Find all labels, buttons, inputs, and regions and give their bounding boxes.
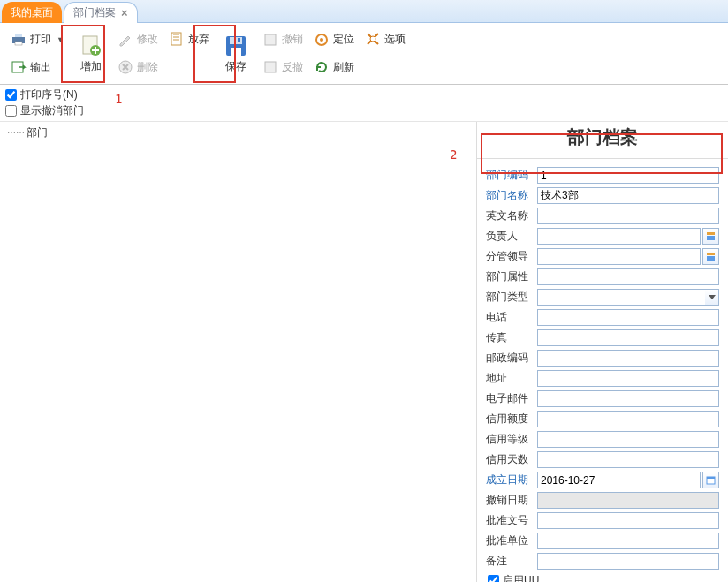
abandon-button[interactable]: 放弃 — [163, 29, 215, 49]
locate-icon — [314, 32, 330, 48]
checkbox[interactable] — [5, 89, 17, 101]
svg-rect-18 — [707, 236, 715, 240]
print-serial-checkbox[interactable]: 打印序号(N) — [5, 87, 723, 102]
label: 显示撤消部门 — [20, 103, 84, 118]
svg-point-16 — [370, 36, 375, 42]
save-button[interactable]: 保存 — [215, 26, 257, 81]
right-pane: 部门档案 部门编码 部门名称 英文名称 负责人 分管领导 部门属性 部门类型 电… — [477, 122, 728, 582]
zip-input[interactable] — [537, 350, 719, 367]
calendar-icon[interactable] — [702, 472, 719, 488]
addr-input[interactable] — [537, 370, 719, 387]
email-input[interactable] — [537, 390, 719, 407]
chevron-down-icon[interactable] — [705, 289, 719, 306]
abandon-icon — [169, 31, 185, 47]
founded-input[interactable] — [537, 472, 701, 488]
svg-point-15 — [320, 38, 323, 42]
output-button[interactable]: 输出 — [5, 55, 70, 81]
delete-icon — [118, 59, 133, 75]
counter-button[interactable]: 反撤 — [257, 55, 308, 81]
annotation-1: 1 — [115, 92, 122, 106]
label: 反撤 — [282, 60, 303, 75]
leader-label: 分管领导 — [486, 249, 535, 264]
approve-no-input[interactable] — [537, 512, 719, 529]
label: 启用UU — [503, 573, 539, 582]
zip-label: 邮政编码 — [486, 351, 535, 366]
lookup-icon[interactable] — [702, 228, 719, 245]
export-icon — [11, 59, 27, 75]
code-input[interactable] — [537, 167, 719, 184]
tab-department-file[interactable]: 部门档案 × — [64, 2, 138, 23]
addr-label: 地址 — [486, 371, 535, 386]
credit-days-input[interactable] — [537, 451, 719, 468]
approve-no-label: 批准文号 — [486, 513, 535, 528]
label: 增加 — [80, 59, 102, 74]
label: 删除 — [137, 60, 158, 75]
label: 保存 — [225, 59, 246, 74]
checkbox[interactable] — [5, 105, 17, 117]
redo-icon — [262, 59, 278, 75]
credit-amt-input[interactable] — [537, 411, 719, 427]
tab-bar: 我的桌面 部门档案 × — [0, 0, 728, 23]
tree-panel: 部门 2 — [0, 122, 477, 582]
toolbar: 打印▼ 输出 增加 修改 删除 放弃 保存 撤销 — [0, 23, 728, 85]
save-icon — [224, 34, 247, 57]
phone-label: 电话 — [486, 310, 535, 325]
leader-input[interactable] — [537, 248, 701, 265]
add-button[interactable]: 增加 — [70, 26, 112, 81]
label: 打印序号(N) — [20, 87, 78, 102]
revoke-label: 撤销日期 — [486, 493, 535, 508]
show-revoked-checkbox[interactable]: 显示撤消部门 — [5, 103, 723, 118]
refresh-icon — [314, 59, 330, 75]
enable-uu-checkbox[interactable]: 启用UU — [486, 573, 719, 582]
email-label: 电子邮件 — [486, 391, 535, 406]
pencil-icon — [118, 32, 133, 48]
responsible-label: 负责人 — [486, 229, 535, 244]
options-icon — [365, 31, 381, 47]
credit-amt-label: 信用额度 — [486, 412, 535, 427]
credit-level-label: 信用等级 — [486, 432, 535, 447]
delete-button[interactable]: 删除 — [112, 55, 163, 81]
svg-rect-12 — [265, 34, 276, 45]
page-title: 部门档案 — [477, 122, 728, 159]
en-name-label: 英文名称 — [486, 208, 535, 223]
svg-rect-13 — [265, 62, 276, 72]
fax-input[interactable] — [537, 329, 719, 346]
options-button[interactable]: 选项 — [360, 29, 411, 49]
form: 部门编码 部门名称 英文名称 负责人 分管领导 部门属性 部门类型 电话 传真 … — [477, 159, 728, 582]
responsible-input[interactable] — [537, 228, 701, 245]
credit-level-input[interactable] — [537, 431, 719, 448]
refresh-button[interactable]: 刷新 — [308, 55, 360, 81]
label: 撤销 — [282, 32, 303, 47]
modify-button[interactable]: 修改 — [112, 26, 163, 53]
revoke-input — [537, 492, 719, 509]
en-name-input[interactable] — [537, 208, 719, 224]
tab-desktop[interactable]: 我的桌面 — [2, 2, 62, 23]
svg-rect-19 — [707, 253, 715, 255]
checkbox[interactable] — [488, 575, 499, 582]
type-select[interactable] — [537, 289, 705, 306]
locate-button[interactable]: 定位 — [308, 26, 360, 53]
label: 修改 — [137, 32, 158, 47]
label: 部门 — [27, 126, 48, 139]
type-label: 部门类型 — [486, 290, 535, 305]
phone-input[interactable] — [537, 309, 719, 326]
print-button[interactable]: 打印▼ — [5, 26, 70, 53]
options-panel: 打印序号(N) 显示撤消部门 — [0, 85, 728, 122]
tree-root[interactable]: 部门 — [7, 125, 469, 140]
prop-input[interactable] — [537, 268, 719, 285]
name-input[interactable] — [537, 187, 719, 204]
approve-unit-label: 批准单位 — [486, 533, 535, 548]
main-area: 部门 2 部门档案 部门编码 部门名称 英文名称 负责人 分管领导 部门属性 部… — [0, 122, 728, 582]
svg-rect-11 — [238, 38, 240, 42]
chevron-down-icon: ▼ — [57, 35, 64, 44]
lookup-icon[interactable] — [702, 248, 719, 265]
remark-input[interactable] — [537, 553, 719, 570]
approve-unit-input[interactable] — [537, 533, 719, 549]
svg-rect-1 — [15, 34, 22, 37]
svg-rect-2 — [15, 42, 22, 45]
add-document-icon — [80, 34, 102, 57]
undo-button[interactable]: 撤销 — [257, 26, 308, 53]
label: 打印 — [30, 32, 51, 47]
close-icon[interactable]: × — [121, 6, 128, 19]
tab-label: 我的桌面 — [11, 5, 53, 20]
